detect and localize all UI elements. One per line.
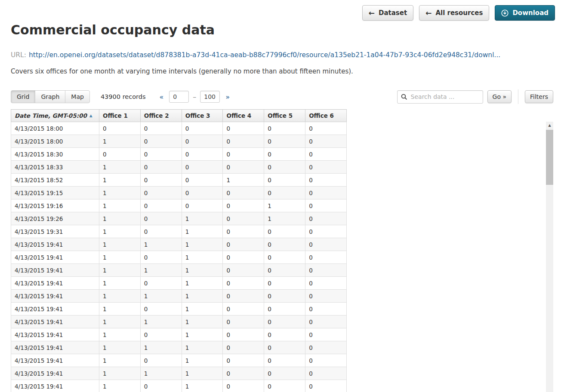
- office-value-cell: 0: [140, 354, 182, 367]
- office-value-cell: 0: [264, 148, 305, 161]
- office-value-cell: 0: [182, 135, 223, 148]
- page-title: Commercial occupancy data: [11, 22, 553, 38]
- top-action-bar: ← Dataset ← All resources Download: [362, 5, 555, 21]
- office-value-cell: 0: [305, 341, 347, 354]
- datetime-cell: 4/13/2015 19:41: [11, 380, 99, 392]
- pagination-to-input[interactable]: [200, 91, 220, 103]
- download-icon: [501, 9, 509, 17]
- office-value-cell: 1: [99, 225, 141, 238]
- pagination-prev-button[interactable]: «: [158, 92, 166, 102]
- office-value-cell: 0: [264, 225, 305, 238]
- scrollbar-thumb[interactable]: [546, 130, 553, 185]
- office-value-cell: 0: [140, 122, 182, 135]
- table-row: 4/13/2015 19:41111000: [11, 367, 347, 380]
- column-header-office-1[interactable]: Office 1: [99, 110, 141, 122]
- office-value-cell: 0: [182, 161, 223, 174]
- office-value-cell: 0: [223, 328, 264, 341]
- office-value-cell: 1: [182, 354, 223, 367]
- office-value-cell: 0: [305, 225, 347, 238]
- download-button[interactable]: Download: [495, 5, 555, 21]
- tab-map[interactable]: Map: [65, 90, 90, 103]
- office-value-cell: 1: [182, 315, 223, 328]
- office-value-cell: 0: [140, 199, 182, 212]
- tab-grid[interactable]: Grid: [11, 90, 35, 103]
- dataset-button[interactable]: ← Dataset: [362, 5, 413, 21]
- office-value-cell: 0: [140, 212, 182, 225]
- office-value-cell: 0: [99, 122, 141, 135]
- all-resources-button-label: All resources: [435, 9, 483, 17]
- column-header-office-5[interactable]: Office 5: [264, 110, 305, 122]
- office-value-cell: 0: [305, 367, 347, 380]
- column-label: Office 3: [185, 112, 210, 119]
- view-tab-group: Grid Graph Map: [11, 90, 90, 103]
- office-value-cell: 0: [223, 148, 264, 161]
- column-label: Office 2: [144, 112, 169, 119]
- office-value-cell: 1: [140, 341, 182, 354]
- filters-button[interactable]: Filters: [525, 90, 553, 103]
- table-row: 4/13/2015 19:16100010: [11, 199, 347, 212]
- office-value-cell: 0: [223, 367, 264, 380]
- office-value-cell: 1: [182, 251, 223, 264]
- pagination: « – »: [158, 91, 232, 103]
- record-count: 43900 records: [101, 93, 146, 100]
- column-header-office-2[interactable]: Office 2: [140, 110, 182, 122]
- datetime-cell: 4/13/2015 19:26: [11, 212, 99, 225]
- office-value-cell: 1: [182, 341, 223, 354]
- column-header-office-3[interactable]: Office 3: [182, 110, 223, 122]
- office-value-cell: 0: [264, 341, 305, 354]
- office-value-cell: 0: [223, 238, 264, 251]
- pagination-range-dash: –: [193, 93, 196, 101]
- office-value-cell: 0: [305, 354, 347, 367]
- office-value-cell: 1: [182, 328, 223, 341]
- office-value-cell: 1: [99, 328, 141, 341]
- search-icon: [401, 94, 407, 100]
- office-value-cell: 0: [305, 315, 347, 328]
- office-value-cell: 0: [264, 238, 305, 251]
- office-value-cell: 0: [223, 277, 264, 290]
- office-value-cell: 0: [140, 135, 182, 148]
- office-value-cell: 1: [99, 354, 141, 367]
- office-value-cell: 0: [140, 251, 182, 264]
- scroll-up-button[interactable]: ▲: [546, 122, 553, 129]
- office-value-cell: 1: [99, 380, 141, 392]
- office-value-cell: 0: [223, 187, 264, 199]
- search-box: [397, 90, 483, 104]
- pagination-from-input[interactable]: [169, 91, 189, 103]
- office-value-cell: 0: [305, 122, 347, 135]
- office-value-cell: 1: [99, 199, 141, 212]
- office-value-cell: 0: [182, 187, 223, 199]
- search-go-button[interactable]: Go »: [487, 90, 512, 103]
- table-row: 4/13/2015 19:41111000: [11, 238, 347, 251]
- tab-graph[interactable]: Graph: [35, 90, 65, 103]
- table-row: 4/13/2015 19:26101010: [11, 212, 347, 225]
- office-value-cell: 1: [182, 264, 223, 277]
- office-value-cell: 1: [99, 161, 141, 174]
- datetime-cell: 4/13/2015 19:31: [11, 225, 99, 238]
- pagination-next-button[interactable]: »: [224, 92, 231, 102]
- resource-url-link[interactable]: http://en.openei.org/datasets/dataset/d8…: [29, 51, 500, 59]
- office-value-cell: 0: [140, 277, 182, 290]
- url-label: URL:: [11, 51, 26, 59]
- all-resources-button[interactable]: ← All resources: [419, 5, 489, 21]
- office-value-cell: 1: [99, 264, 141, 277]
- column-header-office-6[interactable]: Office 6: [305, 110, 347, 122]
- datetime-cell: 4/13/2015 18:30: [11, 148, 99, 161]
- office-value-cell: 0: [305, 328, 347, 341]
- column-header-date-time-gmt-05-00[interactable]: Date Time, GMT-05:00▲: [11, 110, 99, 122]
- table-row: 4/13/2015 19:31101000: [11, 225, 347, 238]
- datetime-cell: 4/13/2015 19:41: [11, 354, 99, 367]
- column-header-office-4[interactable]: Office 4: [223, 110, 264, 122]
- vertical-scrollbar[interactable]: ▲: [546, 122, 553, 392]
- search-input[interactable]: [407, 93, 483, 100]
- office-value-cell: 0: [223, 303, 264, 315]
- office-value-cell: 1: [99, 135, 141, 148]
- column-label: Office 1: [103, 112, 128, 119]
- office-value-cell: 0: [140, 225, 182, 238]
- sort-asc-icon: ▲: [89, 113, 92, 118]
- office-value-cell: 0: [223, 212, 264, 225]
- office-value-cell: 0: [305, 303, 347, 315]
- office-value-cell: 0: [305, 277, 347, 290]
- office-value-cell: 1: [182, 212, 223, 225]
- office-value-cell: 0: [305, 380, 347, 392]
- toolbar-separator: [518, 89, 518, 104]
